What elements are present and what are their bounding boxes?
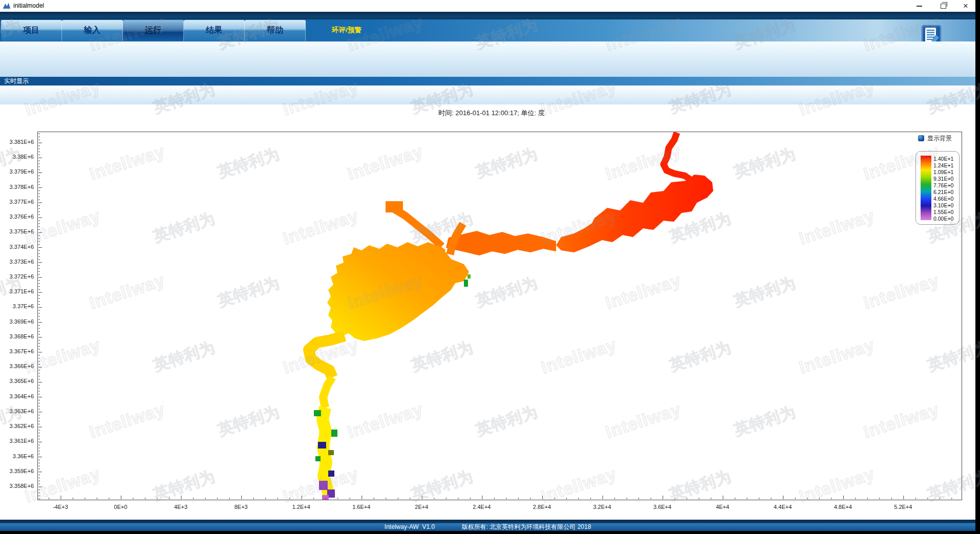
x-axis-label: 4E+3 <box>157 504 205 510</box>
y-axis-label: 3.366E+6 <box>1 363 34 369</box>
tab-env-warning[interactable]: 环评/预警 <box>332 26 361 35</box>
legend-value: 1.24E+1 <box>933 162 958 168</box>
legend-value: 4.66E+0 <box>933 196 958 202</box>
x-axis-label: 4E+4 <box>698 504 747 510</box>
application-window: initialmodel ✕ 项目输入运行结果帮助 环评/预警 <box>0 0 980 534</box>
legend-value: 0.00E+0 <box>933 216 958 222</box>
legend-value: 9.31E+0 <box>933 176 958 182</box>
realtime-controls: ✓ 关闭图形显示 指标 水温 水层 1 输出间隔(小时) 自定义图谱 显示网格 … <box>0 86 975 104</box>
status-separator <box>0 520 975 523</box>
x-axis-label: 3.6E+4 <box>638 504 687 510</box>
x-axis-label: 2E+4 <box>397 504 445 510</box>
plot-frame <box>37 132 962 500</box>
y-axis-label: 3.38E+6 <box>1 154 34 160</box>
legend-value: 1.40E+1 <box>933 156 958 162</box>
status-version: Intelway-AW V1.0 <box>376 523 443 531</box>
x-axis-label: -4E+3 <box>36 504 84 510</box>
legend-value: 7.76E+0 <box>933 182 958 188</box>
y-axis-label: 3.358E+6 <box>1 483 34 489</box>
restore-button[interactable] <box>932 0 955 12</box>
x-axis-label: 1.2E+4 <box>277 504 325 510</box>
legend-value: 6.21E+0 <box>933 189 958 195</box>
show-background-label: 显示背景 <box>927 134 952 143</box>
menu-tab-1[interactable]: 项目 <box>1 20 62 41</box>
legend-value: 3.10E+0 <box>933 202 958 208</box>
y-axis-label: 3.369E+6 <box>1 318 34 325</box>
minimize-icon <box>917 6 922 7</box>
chart-area: 时间: 2016-01-01 12:00:17; 单位: 度 <box>0 104 975 520</box>
restore-icon <box>941 4 946 9</box>
y-axis-label: 3.362E+6 <box>1 423 34 429</box>
legend-value: 1.09E+1 <box>933 169 958 175</box>
legend-value: 1.55E+0 <box>933 209 958 215</box>
menu-tab-4[interactable]: 结果 <box>184 20 245 41</box>
y-axis-label: 3.376E+6 <box>1 213 34 220</box>
y-axis-label: 3.36E+6 <box>1 453 34 459</box>
y-axis-label: 3.381E+6 <box>1 139 34 145</box>
background-toggle-icon <box>918 135 924 141</box>
menu-tab-5[interactable]: 帮助 <box>245 20 306 41</box>
app-icon <box>3 2 11 10</box>
time-caption: 时间: 2016-01-01 12:00:17; 单位: 度 <box>389 109 594 118</box>
y-axis-label: 3.363E+6 <box>1 408 34 414</box>
run-toolbar: 运行模型 已运行 0%。 暂停运行 终止运行 错误信息 <box>0 41 975 77</box>
x-axis-label: 4.4E+4 <box>759 504 807 510</box>
color-legend: 1.40E+11.24E+11.09E+19.31E+07.76E+06.21E… <box>915 151 960 225</box>
menu-tab-bar: 项目输入运行结果帮助 环评/预警 <box>0 19 975 41</box>
x-axis-label: 5.2E+4 <box>879 504 927 510</box>
x-axis-label: 2.4E+4 <box>458 504 506 510</box>
menu-tab-2[interactable]: 输入 <box>62 20 123 41</box>
app-body: 项目输入运行结果帮助 环评/预警 运行模型 <box>0 12 975 531</box>
close-button[interactable]: ✕ <box>956 0 975 12</box>
y-axis-label: 3.373E+6 <box>1 259 34 265</box>
realtime-header: 实时显示 <box>0 77 975 86</box>
y-axis-label: 3.379E+6 <box>1 168 34 175</box>
y-axis-label: 3.361E+6 <box>1 438 34 444</box>
y-axis-label: 3.37E+6 <box>1 303 34 309</box>
x-axis-label: 8E+3 <box>217 504 265 510</box>
x-axis-label: 1.6E+4 <box>337 504 386 510</box>
x-axis-label: 0E+0 <box>97 504 145 510</box>
color-scale-bar <box>921 156 931 220</box>
show-background-toggle[interactable]: 显示背景 <box>918 135 952 142</box>
y-axis-label: 3.367E+6 <box>1 348 34 354</box>
window-title: initialmodel <box>13 2 44 9</box>
axis-ticks <box>38 132 962 500</box>
x-axis-label: 4.8E+4 <box>819 504 867 510</box>
y-axis-label: 3.378E+6 <box>1 184 34 190</box>
x-axis-label: 2.8E+4 <box>518 504 566 510</box>
statusbar: Intelway-AW V1.0 版权所有: 北京英特利为环境科技有限公司 20… <box>0 523 975 531</box>
close-icon: ✕ <box>963 3 969 9</box>
y-axis-label: 3.372E+6 <box>1 273 34 280</box>
minimize-button[interactable] <box>908 0 931 12</box>
y-axis-label: 3.359E+6 <box>1 468 34 474</box>
y-axis-label: 3.375E+6 <box>1 228 34 234</box>
y-axis-label: 3.374E+6 <box>1 244 34 250</box>
y-axis-label: 3.371E+6 <box>1 288 34 294</box>
x-axis-label: 3.2E+4 <box>578 504 626 510</box>
y-axis-label: 3.364E+6 <box>1 393 34 399</box>
y-axis-label: 3.368E+6 <box>1 333 34 339</box>
status-copyright: 版权所有: 北京英特利为环境科技有限公司 2018 <box>450 523 603 531</box>
y-axis-label: 3.377E+6 <box>1 199 34 205</box>
header-band <box>0 12 975 19</box>
y-axis-label: 3.365E+6 <box>1 378 34 384</box>
titlebar: initialmodel ✕ <box>0 0 975 12</box>
menu-tab-3[interactable]: 运行 <box>123 20 184 41</box>
